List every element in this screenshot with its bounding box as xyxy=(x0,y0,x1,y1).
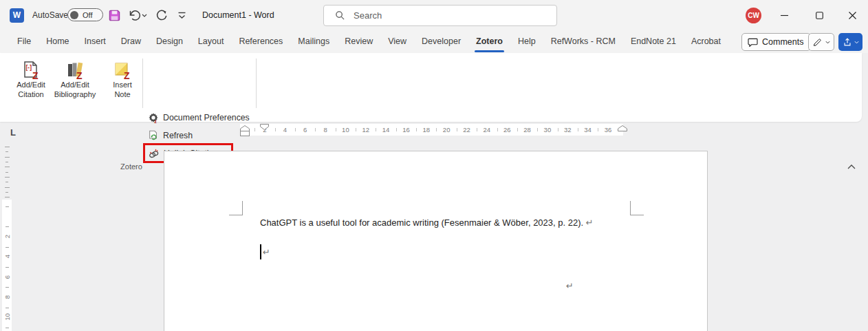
ruler-number: 28 xyxy=(521,126,534,134)
collapse-ribbon-button[interactable] xyxy=(845,161,858,172)
tab-endnote[interactable]: EndNote 21 xyxy=(623,31,684,53)
ruler-number: 32 xyxy=(561,126,574,134)
search-input[interactable]: Search xyxy=(323,5,557,26)
tab-home[interactable]: Home xyxy=(39,31,76,53)
button-label: Note xyxy=(114,90,130,100)
chevron-down-icon xyxy=(825,41,830,44)
paragraph-mark: ↵ xyxy=(586,217,594,228)
first-line-indent-marker[interactable] xyxy=(260,124,269,130)
add-edit-citation-button[interactable]: [-] Z Add/Edit Citation xyxy=(11,56,51,118)
avatar[interactable]: CW xyxy=(746,8,761,23)
menu-item-label: Refresh xyxy=(163,131,193,140)
autosave-label: AutoSave xyxy=(32,10,68,20)
paragraph-mark: ↵ xyxy=(263,247,270,257)
zotero-bibliography-icon: Z xyxy=(64,60,86,81)
paragraph-text: ChatGPT is a useful tool for academic wr… xyxy=(260,217,583,228)
zotero-note-icon: Z xyxy=(112,60,133,81)
tab-view[interactable]: View xyxy=(380,31,414,53)
refresh-icon xyxy=(148,130,159,141)
ruler-tick xyxy=(275,128,276,131)
tab-file[interactable]: File xyxy=(10,31,39,53)
ruler-tick xyxy=(5,157,10,158)
ruler-tick xyxy=(5,197,10,197)
document-page[interactable] xyxy=(164,151,708,331)
ruler-tick xyxy=(578,128,578,131)
maximize-icon xyxy=(816,12,823,19)
ribbon-tabs: File Home Insert Draw Design Layout Refe… xyxy=(10,31,728,53)
ruler-number: 4 xyxy=(3,252,11,261)
ruler-number: 18 xyxy=(420,126,433,134)
refresh-button[interactable]: Refresh xyxy=(148,127,193,145)
share-icon xyxy=(843,37,852,47)
button-label: Bibliography xyxy=(54,90,96,100)
ruler-tick xyxy=(457,128,457,131)
tab-acrobat[interactable]: Acrobat xyxy=(684,31,728,53)
tab-draw[interactable]: Draw xyxy=(113,31,149,53)
more-commands-icon xyxy=(177,12,186,19)
tab-refworks[interactable]: RefWorks - RCM xyxy=(543,31,623,53)
svg-text:Z: Z xyxy=(76,70,83,81)
tab-zotero[interactable]: Zotero xyxy=(468,31,510,53)
svg-text:Z: Z xyxy=(124,70,130,81)
right-indent-marker[interactable] xyxy=(618,125,627,131)
comments-button[interactable]: Comments xyxy=(741,33,811,51)
ribbon-panel: [-] Z Add/Edit Citation Z Add/Edit Bibli… xyxy=(0,53,862,122)
ruler-tick xyxy=(477,128,477,131)
ruler-number: 10 xyxy=(3,312,11,322)
tab-design[interactable]: Design xyxy=(149,31,191,53)
editing-mode-button[interactable] xyxy=(808,33,834,51)
paragraph-mark: ↵ xyxy=(566,281,574,291)
toggle-knob-icon xyxy=(70,11,78,19)
word-logo: W xyxy=(10,8,24,23)
redo-button[interactable] xyxy=(153,6,171,24)
svg-text:Z: Z xyxy=(32,70,39,81)
ruler-tick xyxy=(336,128,336,131)
close-icon xyxy=(849,12,856,19)
vertical-ruler-page-area xyxy=(2,200,12,331)
save-icon xyxy=(108,9,121,22)
ruler-tick xyxy=(497,128,498,131)
group-separator xyxy=(142,58,143,108)
ruler-tick xyxy=(598,128,598,131)
minimize-button[interactable] xyxy=(768,0,800,31)
tab-layout[interactable]: Layout xyxy=(191,31,232,53)
comments-label: Comments xyxy=(762,37,803,47)
margin-cropmark xyxy=(630,215,644,215)
customize-toolbar-button[interactable] xyxy=(173,6,191,24)
left-indent-marker[interactable] xyxy=(240,125,250,136)
maximize-button[interactable] xyxy=(803,0,835,31)
tab-stop-selector[interactable]: L xyxy=(10,127,16,138)
button-label: Add/Edit xyxy=(17,81,45,90)
tab-help[interactable]: Help xyxy=(510,31,543,53)
margin-cropmark xyxy=(229,215,243,215)
button-label: Add/Edit xyxy=(61,81,89,90)
ruler-tick xyxy=(396,128,397,131)
autosave-toggle[interactable]: Off xyxy=(67,8,103,21)
ruler-number: 30 xyxy=(541,126,554,134)
ruler-tick xyxy=(6,287,9,288)
document-preferences-button[interactable]: z Document Preferences xyxy=(148,109,250,127)
ruler-tick xyxy=(6,172,8,173)
ribbon-tab-row: File Home Insert Draw Design Layout Refe… xyxy=(0,31,868,53)
ruler-number: 16 xyxy=(399,126,413,134)
undo-dropdown-chevron-icon[interactable] xyxy=(140,6,149,24)
ruler-tick xyxy=(436,128,437,131)
document-title: Document1 - Word xyxy=(202,10,274,20)
close-button[interactable] xyxy=(836,0,868,31)
ruler-tick xyxy=(295,128,296,131)
document-paragraph[interactable]: ChatGPT is a useful tool for academic wr… xyxy=(260,217,594,228)
tab-review[interactable]: Review xyxy=(337,31,380,53)
add-edit-bibliography-button[interactable]: Z Add/Edit Bibliography xyxy=(50,56,100,118)
ruler-tick xyxy=(5,147,10,147)
ruler-number: 34 xyxy=(581,126,595,134)
tab-developer[interactable]: Developer xyxy=(414,31,468,53)
tab-insert[interactable]: Insert xyxy=(77,31,113,53)
save-button[interactable] xyxy=(105,6,123,24)
tab-references[interactable]: References xyxy=(231,31,290,53)
tab-mailings[interactable]: Mailings xyxy=(290,31,337,53)
insert-note-button[interactable]: Z Insert Note xyxy=(106,56,139,118)
menu-item-label: Document Preferences xyxy=(163,113,250,122)
button-label: Citation xyxy=(18,90,43,100)
ruler-tick xyxy=(517,128,518,131)
share-button[interactable] xyxy=(838,33,862,51)
